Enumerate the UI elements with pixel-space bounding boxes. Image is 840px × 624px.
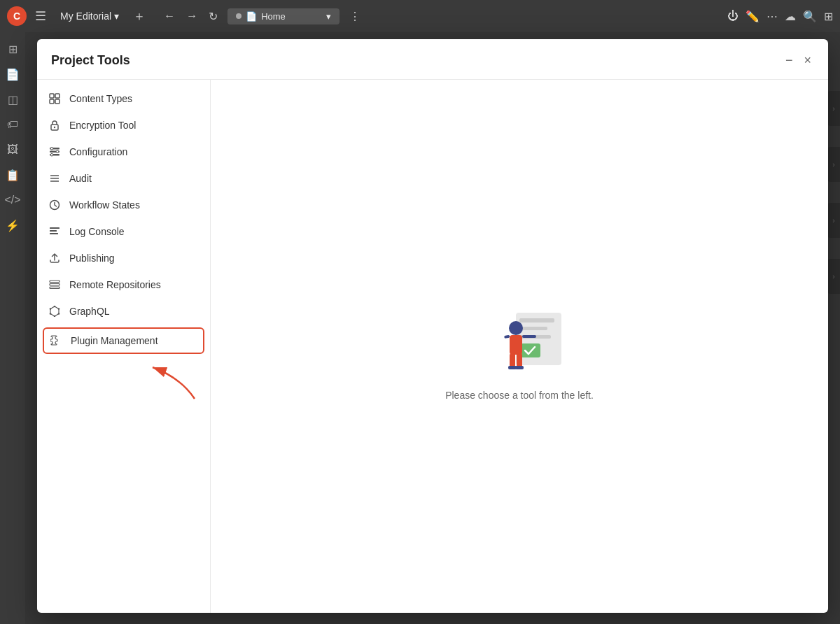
file-icon: 📄: [246, 11, 257, 22]
app-logo[interactable]: C: [7, 6, 27, 26]
remote-repos-label: Remote Repositories: [69, 279, 161, 290]
svg-point-11: [50, 153, 53, 156]
svg-rect-21: [50, 287, 59, 289]
topbar: C ☰ My Editorial ▾ ＋ ← → ↻ 📄 Home ▾ ⋮ ⏻ …: [0, 0, 840, 32]
plugin-management-icon: [50, 334, 62, 347]
sidebar-icon-document[interactable]: 📄: [1, 63, 24, 85]
svg-rect-19: [50, 281, 59, 283]
content-types-label: Content Types: [69, 93, 132, 104]
svg-point-34: [509, 321, 523, 335]
svg-rect-30: [519, 318, 554, 322]
modal-body: Content Types Encryption Tool: [37, 80, 828, 613]
publishing-label: Publishing: [69, 253, 115, 264]
audit-icon: [48, 172, 61, 185]
apps-icon[interactable]: ⊞: [824, 10, 833, 23]
search-icon[interactable]: 🔍: [803, 10, 817, 23]
encryption-label: Encryption Tool: [69, 120, 136, 131]
empty-state-text: Please choose a tool from the left.: [445, 390, 594, 401]
svg-rect-37: [522, 335, 536, 338]
project-tools-modal: Project Tools − ×: [37, 39, 828, 613]
svg-rect-36: [504, 335, 510, 339]
workflow-states-label: Workflow States: [69, 199, 140, 211]
tool-item-configuration[interactable]: Configuration: [37, 139, 210, 165]
svg-rect-35: [510, 335, 522, 355]
hamburger-icon[interactable]: ☰: [32, 6, 49, 27]
left-sidebar: ⊞ 📄 ◫ 🏷 🖼 📋 </> ⚡: [0, 32, 25, 624]
configuration-icon: [48, 146, 61, 158]
workflow-states-icon: [48, 199, 61, 211]
sidebar-icon-grid[interactable]: ⊞: [1, 38, 24, 60]
svg-rect-16: [50, 227, 59, 229]
audit-label: Audit: [69, 173, 92, 184]
svg-rect-2: [50, 99, 54, 104]
svg-rect-31: [519, 327, 547, 330]
svg-rect-3: [55, 99, 59, 104]
svg-rect-1: [55, 94, 59, 98]
svg-point-27: [50, 313, 52, 315]
remote-repos-icon: [48, 278, 61, 291]
svg-rect-0: [50, 94, 54, 98]
svg-rect-41: [515, 366, 524, 369]
svg-rect-17: [50, 230, 57, 232]
project-selector[interactable]: My Editorial ▾: [55, 8, 125, 24]
back-button[interactable]: ←: [160, 7, 179, 25]
svg-rect-18: [50, 233, 58, 234]
nav-controls: ← → ↻: [160, 7, 222, 26]
sidebar-icon-code[interactable]: </>: [1, 189, 24, 211]
encryption-icon: [48, 119, 61, 132]
empty-state-illustration: [477, 292, 561, 376]
tool-item-log-console[interactable]: Log Console: [37, 218, 210, 245]
modal-header: Project Tools − ×: [37, 39, 828, 80]
log-console-label: Log Console: [69, 226, 125, 237]
dropdown-arrow-icon: ▾: [114, 10, 119, 22]
sidebar-icon-file[interactable]: 📋: [1, 164, 24, 186]
svg-point-5: [54, 127, 55, 128]
svg-point-24: [58, 308, 60, 310]
edit-icon[interactable]: ✏️: [746, 10, 760, 23]
status-dot: [236, 13, 241, 19]
sidebar-icon-layers[interactable]: ◫: [1, 88, 24, 111]
home-dropdown-icon: ▾: [326, 11, 331, 22]
svg-rect-20: [50, 284, 59, 286]
svg-point-28: [50, 308, 52, 310]
modal-header-actions: − ×: [783, 50, 814, 71]
configuration-label: Configuration: [69, 146, 127, 157]
tool-item-audit[interactable]: Audit: [37, 165, 210, 192]
graphql-icon: [48, 305, 61, 318]
svg-marker-22: [50, 306, 59, 316]
sidebar-icon-image[interactable]: 🖼: [1, 139, 24, 161]
tool-item-graphql[interactable]: GraphQL: [37, 298, 210, 325]
close-button[interactable]: ×: [801, 50, 814, 71]
grid-apps-icon[interactable]: ⋯: [766, 10, 778, 23]
plugin-management-label: Plugin Management: [71, 335, 158, 346]
tool-item-remote-repos[interactable]: Remote Repositories: [37, 271, 210, 298]
svg-point-9: [50, 147, 53, 150]
log-console-icon: [48, 225, 61, 238]
svg-rect-39: [517, 353, 522, 367]
modal-overlay: Project Tools − ×: [25, 32, 840, 624]
home-tab[interactable]: 📄 Home ▾: [227, 8, 340, 24]
tool-item-workflow-states[interactable]: Workflow States: [37, 192, 210, 218]
tool-item-encryption[interactable]: Encryption Tool: [37, 112, 210, 139]
publishing-icon: [48, 252, 61, 264]
svg-point-10: [56, 150, 59, 153]
power-icon[interactable]: ⏻: [727, 10, 738, 22]
minimize-button[interactable]: −: [783, 50, 796, 71]
cloud-upload-icon[interactable]: ☁: [785, 10, 796, 23]
forward-button[interactable]: →: [182, 7, 202, 25]
topbar-right-actions: ⏻ ✏️ ⋯ ☁ 🔍 ⊞: [727, 10, 833, 23]
content-types-icon: [48, 92, 61, 105]
tool-content-area: Please choose a tool from the left.: [211, 80, 828, 613]
tool-item-plugin-management[interactable]: Plugin Management: [43, 327, 204, 354]
tool-list: Content Types Encryption Tool: [37, 80, 211, 613]
refresh-button[interactable]: ↻: [204, 7, 222, 26]
svg-point-25: [58, 313, 60, 315]
tool-item-publishing[interactable]: Publishing: [37, 245, 210, 271]
more-options-icon[interactable]: ⋮: [345, 7, 365, 26]
add-tab-icon[interactable]: ＋: [130, 5, 148, 27]
graphql-label: GraphQL: [69, 306, 110, 317]
sidebar-icon-tag[interactable]: 🏷: [1, 113, 24, 136]
tool-item-content-types[interactable]: Content Types: [37, 85, 210, 112]
svg-rect-38: [510, 353, 515, 367]
sidebar-icon-bolt[interactable]: ⚡: [1, 214, 24, 236]
